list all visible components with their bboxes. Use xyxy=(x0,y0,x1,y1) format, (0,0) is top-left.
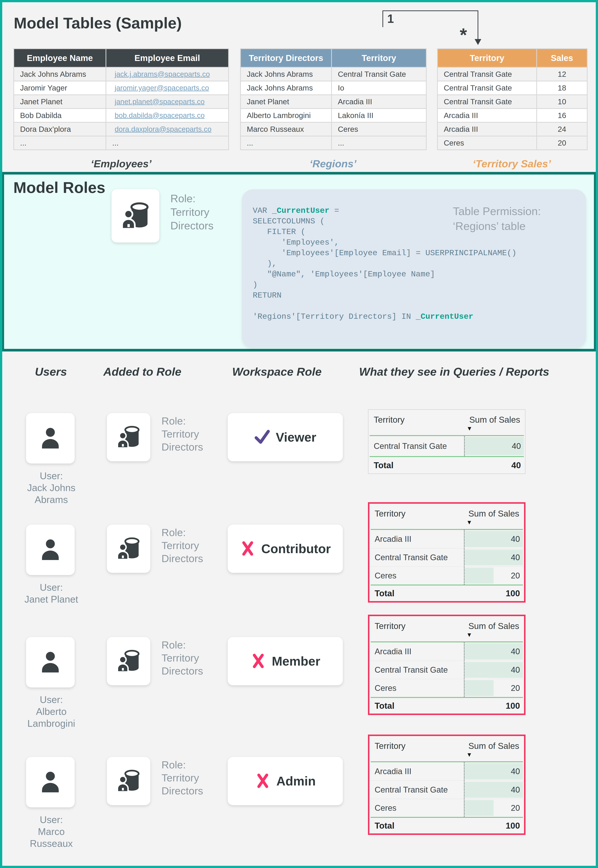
role-name-label: Role:TerritoryDirectors xyxy=(170,192,214,232)
employee-email-link[interactable]: jaromir.yager@spaceparts.co xyxy=(115,84,209,92)
total-value: 100 xyxy=(506,588,520,598)
sales-value-cell: 20 xyxy=(464,680,523,696)
column-header-users: Users xyxy=(35,365,67,378)
workspace-role-card-viewer: Viewer xyxy=(228,413,343,461)
table-row: Marco RusseauxCeres xyxy=(241,123,426,136)
report-body: Central Transit Gate40 xyxy=(368,436,525,456)
user-name-label: User:AlbertoLambrogini xyxy=(3,694,100,729)
table-permission-line: Table Permission: xyxy=(453,204,541,219)
workspace-role-label: Contributor xyxy=(261,542,331,556)
relationship-line-many-end xyxy=(478,10,478,40)
role-name-line: Territory xyxy=(161,771,203,784)
report-data-row: Ceres20 xyxy=(369,799,524,817)
sales-value-cell: 20 xyxy=(464,568,523,584)
dax-variable-token: _CurrentUser xyxy=(416,312,473,321)
table-row: Jack Johns Abramsjack.j.abrams@spacepart… xyxy=(14,68,228,81)
territory-cell: Arcadia III xyxy=(375,647,411,656)
sales-value-cell: 40 xyxy=(464,531,523,547)
role-name-label: Role:TerritoryDirectors xyxy=(161,526,203,565)
dax-token: = xyxy=(329,206,339,215)
report-total-row: Total100 xyxy=(369,698,524,714)
column-header: Employee Email xyxy=(106,49,228,67)
x-icon xyxy=(255,773,271,789)
report-body: Arcadia III40Central Transit Gate40Ceres… xyxy=(369,642,524,697)
table-permission-label: Table Permission:‘Regions’ table xyxy=(453,204,541,233)
sales-value-cell: 40 xyxy=(464,782,523,798)
report-total-row: Total40 xyxy=(368,457,525,473)
dax-code-line: RETURN xyxy=(253,290,516,301)
user-name-label: User:Jack JohnsAbrams xyxy=(3,470,100,506)
sort-arrow-icon[interactable]: ▼ xyxy=(466,425,472,432)
user-name-line: Russeaux xyxy=(3,838,100,849)
sort-arrow-icon[interactable]: ▼ xyxy=(466,751,472,758)
territory-cell: Ceres xyxy=(375,571,396,580)
employee-email-link[interactable]: bob.dabilda@spaceparts.co xyxy=(115,111,205,120)
dax-token: 'Regions'[Territory Directors] IN xyxy=(253,312,416,321)
relationship-line-one-end xyxy=(383,10,383,27)
dax-token: 'Employees', xyxy=(253,238,339,247)
territory-cell: Central Transit Gate xyxy=(374,441,447,451)
table-cell: Dora Dax’plora xyxy=(14,123,106,136)
sales-value-cell: 40 xyxy=(464,437,523,455)
table-cell: Ceres xyxy=(332,123,426,136)
table-cell: 16 xyxy=(537,109,587,122)
report-col-sum-of-sales: Sum of Sales xyxy=(468,621,519,631)
dax-code-line: 'Employees', xyxy=(253,237,516,248)
dax-token: RETURN xyxy=(253,291,281,300)
table-row: Central Transit Gate12 xyxy=(438,68,587,81)
sort-arrow-icon[interactable]: ▼ xyxy=(466,632,472,638)
table-cell: ... xyxy=(14,136,106,150)
report-data-row: Central Transit Gate40 xyxy=(369,548,524,566)
dax-token: SELECTCOLUMNS ( xyxy=(253,217,324,226)
workspace-role-label: Viewer xyxy=(276,430,316,444)
sales-value-cell: 40 xyxy=(464,763,523,780)
dax-token: ) xyxy=(253,280,257,289)
sales-value: 40 xyxy=(511,665,520,675)
table-cell: Central Transit Gate xyxy=(438,95,536,108)
dax-code-line xyxy=(253,301,516,311)
report-data-row: Arcadia III40 xyxy=(369,762,524,780)
user-card xyxy=(26,757,75,807)
report-col-sum-of-sales: Sum of Sales xyxy=(468,509,519,519)
dax-token: "@Name", 'Employees'[Employee Name] xyxy=(253,270,435,279)
role-name-line: Role: xyxy=(161,415,203,428)
column-separator xyxy=(464,436,465,456)
role-icon xyxy=(115,767,142,795)
sort-arrow-icon[interactable]: ▼ xyxy=(466,519,472,526)
table-row: Ceres20 xyxy=(438,136,587,150)
report-body: Arcadia III40Central Transit Gate40Ceres… xyxy=(369,762,524,817)
territory-cell: Central Transit Gate xyxy=(375,785,448,795)
workspace-role-label: Member xyxy=(272,654,320,668)
table-caption-regions: ‘Regions’ xyxy=(309,158,356,170)
table-cell: 20 xyxy=(537,136,587,150)
table-cell: Central Transit Gate xyxy=(438,68,536,81)
role-name-line: Directors xyxy=(161,440,203,453)
dax-token: ), xyxy=(253,259,277,268)
report-table: TerritorySum of Sales▼Arcadia III40Centr… xyxy=(368,615,526,715)
sales-value: 40 xyxy=(511,553,520,562)
user-name-line: User: xyxy=(3,581,100,593)
table-cell: Jack Johns Abrams xyxy=(241,68,331,81)
relationship-line-horizontal xyxy=(383,10,478,11)
table-row: Arcadia III16 xyxy=(438,109,587,122)
relationship-many-label: * xyxy=(460,24,467,46)
report-body: Arcadia III40Central Transit Gate40Ceres… xyxy=(369,530,524,585)
table-cell: dora.daxplora@spaceparts.co xyxy=(106,123,228,136)
employee-email-link[interactable]: dora.daxplora@spaceparts.co xyxy=(115,125,211,133)
employee-email-link[interactable]: janet.planet@spaceparts.co xyxy=(115,97,205,106)
table-cell: 24 xyxy=(537,123,587,136)
column-separator xyxy=(464,762,465,817)
table-cell: jaromir.yager@spaceparts.co xyxy=(106,81,228,94)
table-caption-employees: ‘Employees’ xyxy=(91,158,152,170)
sales-value-cell: 40 xyxy=(464,662,523,678)
column-header-workspace-role: Workspace Role xyxy=(232,365,321,378)
model-table-territory_sales: TerritorySalesCentral Transit Gate12Cent… xyxy=(437,48,588,150)
report-data-row: Arcadia III40 xyxy=(369,642,524,661)
employee-email-link[interactable]: jack.j.abrams@spaceparts.co xyxy=(115,70,210,78)
dax-code-line: "@Name", 'Employees'[Employee Name] xyxy=(253,269,516,280)
user-card xyxy=(26,637,75,687)
role-name-line: Directors xyxy=(161,784,203,798)
total-label: Total xyxy=(375,588,394,598)
report-total-row: Total100 xyxy=(369,585,524,601)
table-cell: 18 xyxy=(537,81,587,94)
